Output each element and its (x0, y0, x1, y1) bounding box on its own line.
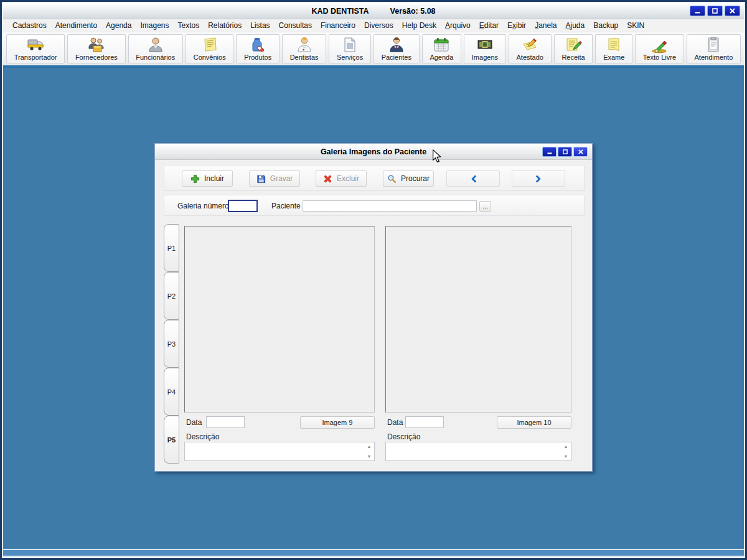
scroll-up-icon[interactable]: ▲ (367, 444, 372, 449)
toolbar-button-label: Atestado (516, 54, 543, 61)
close-icon[interactable] (725, 6, 740, 16)
description-label-right: Descrição (387, 432, 420, 441)
gallery-number-label: Galeria número (177, 202, 229, 210)
app-window: KAD DENTISTAVersão: 5.08 CadastrosAtendi… (3, 3, 744, 557)
toolbar-button-exame[interactable]: Exame (595, 34, 632, 63)
dialog-titlebar[interactable]: Galeria Imagens do Paciente (155, 144, 592, 160)
action-button-label: Procurar (401, 174, 430, 183)
menu-item-financeiro[interactable]: Financeiro (316, 20, 360, 31)
patient-browse-button[interactable]: ... (479, 201, 491, 212)
menu-item-atendimento[interactable]: Atendimento (51, 20, 101, 31)
image10-button[interactable]: Imagem 10 (497, 416, 571, 429)
toolbar-button-convenios[interactable]: Convênios (186, 34, 233, 63)
gravar-button[interactable]: Gravar (249, 170, 300, 187)
toolbar-button-label: Dentistas (290, 54, 319, 61)
incluir-button[interactable]: Incluir (182, 170, 233, 187)
dialog-fields-panel: Galeria número Paciente ... (164, 195, 585, 216)
menu-item-agenda[interactable]: Agenda (101, 20, 136, 31)
image9-button[interactable]: Imagem 9 (300, 416, 375, 429)
dialog-maximize-icon[interactable] (558, 147, 572, 157)
menu-item-backup[interactable]: Backup (589, 20, 622, 31)
toolbar-button-funcionarios[interactable]: Funcionários (128, 34, 183, 63)
patient-input[interactable] (303, 200, 477, 212)
next-button[interactable] (512, 170, 565, 187)
toolbar-button-texto-livre[interactable]: Texto Livre (635, 34, 684, 63)
tab-p1[interactable]: P1 (164, 224, 179, 272)
toolbar-button-fornecedores[interactable]: Fornecedores (67, 34, 125, 63)
excluir-button[interactable]: Excluir (316, 170, 367, 187)
dialog-minimize-icon[interactable] (542, 147, 557, 157)
menu-item-diversos[interactable]: Diversos (360, 20, 398, 31)
chevron-left-icon (469, 174, 478, 184)
gallery-number-input[interactable] (228, 200, 257, 212)
minimize-icon[interactable] (690, 6, 705, 16)
truck-icon (27, 36, 44, 54)
menu-item-help-desk[interactable]: Help Desk (398, 20, 441, 31)
menu-item-imagens[interactable]: Imagens (136, 20, 173, 31)
scroll-down-icon[interactable]: ▼ (367, 454, 372, 459)
calendar-icon (433, 36, 450, 54)
description-scrollbar-right[interactable]: ▲ ▼ (561, 443, 570, 460)
toolbar-button-atendimento[interactable]: Atendimento (687, 34, 741, 63)
toolbar-button-atestado[interactable]: Atestado (509, 34, 552, 63)
toolbar-button-imagens[interactable]: Imagens (464, 34, 506, 63)
image-panel-left[interactable] (184, 226, 375, 413)
window-frame: KAD DENTISTAVersão: 5.08 CadastrosAtendi… (0, 0, 747, 560)
tab-p3[interactable]: P3 (164, 320, 179, 368)
action-button-label: Excluir (337, 174, 359, 183)
toolbar-button-label: Atendimento (695, 54, 733, 61)
patient-label: Paciente (271, 202, 301, 210)
toolbar-button-produtos[interactable]: Produtos (236, 34, 280, 63)
menu-item-cadastros[interactable]: Cadastros (8, 20, 51, 31)
data-input-left[interactable] (206, 416, 245, 428)
tab-p4[interactable]: P4 (164, 368, 179, 416)
toolbar-button-agenda[interactable]: Agenda (422, 34, 461, 63)
scroll-up-icon[interactable]: ▲ (564, 444, 568, 449)
menu-item-janela[interactable]: Janela (530, 20, 561, 31)
maximize-icon[interactable] (707, 6, 723, 16)
exam-note-icon (605, 36, 622, 54)
data-label-right: Data (387, 418, 403, 427)
mdi-client-area: Galeria Imagens do Paciente IncluirGrava… (3, 68, 744, 557)
menu-item-consultas[interactable]: Consultas (275, 20, 316, 31)
toolbar-button-label: Imagens (472, 54, 498, 61)
toolbar-button-label: Receita (561, 54, 585, 61)
chevron-right-icon (534, 174, 543, 184)
toolbar-button-dentistas[interactable]: Dentistas (282, 34, 326, 63)
main-toolbar: TransportadorFornecedoresFuncionáriosCon… (3, 32, 744, 68)
dialog-close-icon[interactable] (573, 147, 588, 157)
window-frame-inner: KAD DENTISTAVersão: 5.08 CadastrosAtendi… (2, 2, 745, 558)
menu-item-exibir[interactable]: Exibir (503, 20, 530, 31)
certificate-icon (521, 36, 538, 54)
document-icon (341, 36, 359, 54)
toolbar-button-label: Texto Livre (643, 54, 676, 61)
description-textarea-right[interactable]: ▲ ▼ (385, 442, 571, 461)
procurar-button[interactable]: Procurar (383, 170, 434, 187)
data-input-right[interactable] (405, 416, 444, 428)
main-titlebar: KAD DENTISTAVersão: 5.08 (3, 3, 744, 19)
menu-item-ajuda[interactable]: Ajuda (561, 20, 590, 31)
menu-item-arquivo[interactable]: Arquivo (441, 20, 475, 31)
scroll-down-icon[interactable]: ▼ (564, 454, 568, 459)
menu-item-editar[interactable]: Editar (475, 20, 503, 31)
menu-item-skin[interactable]: SKIN (622, 20, 649, 31)
toolbar-button-label: Pacientes (382, 54, 411, 61)
app-title: KAD DENTISTAVersão: 5.08 (311, 7, 435, 16)
description-textarea-left[interactable]: ▲ ▼ (184, 442, 375, 461)
menu-item-listas[interactable]: Listas (246, 20, 274, 31)
toolbar-button-pacientes[interactable]: Pacientes (374, 34, 420, 63)
toolbar-button-label: Exame (603, 54, 624, 61)
menu-item-textos[interactable]: Textos (174, 20, 204, 31)
menu-item-relatorios[interactable]: Relatórios (204, 20, 246, 31)
toolbar-button-servicos[interactable]: Serviços (329, 34, 371, 63)
toolbar-button-transportador[interactable]: Transportador (6, 34, 65, 63)
description-scrollbar-left[interactable]: ▲ ▼ (365, 443, 374, 460)
toolbar-button-label: Convênios (194, 54, 226, 61)
previous-button[interactable] (446, 170, 500, 187)
tab-p2[interactable]: P2 (164, 272, 179, 320)
toolbar-button-label: Fornecedores (75, 54, 118, 61)
toolbar-button-receita[interactable]: Receita (554, 34, 593, 63)
dialog-action-panel: IncluirGravarExcluirProcurar (164, 165, 585, 191)
tab-p5[interactable]: P5 (164, 416, 179, 464)
image-panel-right[interactable] (385, 226, 571, 413)
